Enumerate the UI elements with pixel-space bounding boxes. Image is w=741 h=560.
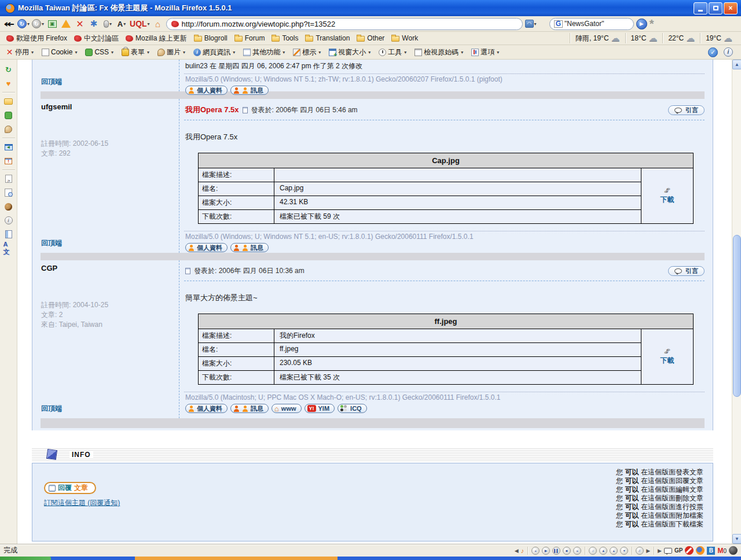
url-input[interactable] — [182, 20, 518, 28]
quote-button[interactable]: 引言 — [668, 266, 705, 276]
chat-bubble-icon[interactable] — [664, 548, 672, 554]
devbar-images[interactable]: 圖片▾ — [154, 46, 189, 59]
sync-icon[interactable]: ↻ — [3, 64, 14, 75]
windows-taskbar[interactable] — [0, 557, 741, 560]
scroll-down-button[interactable]: ▼ — [732, 534, 741, 544]
devbar-resize[interactable]: 視窗大小▾ — [325, 46, 374, 59]
firefox-status-icon[interactable] — [696, 546, 705, 555]
palette-icon[interactable] — [3, 124, 14, 134]
search-input[interactable] — [564, 20, 614, 28]
reply-button[interactable]: 回覆文章 — [44, 482, 96, 494]
forward-icon[interactable]: ↻▾ — [32, 17, 44, 30]
folder-keyboard-icon[interactable] — [3, 96, 14, 106]
pm-button[interactable]: 訊息 — [230, 404, 269, 413]
uql-menu[interactable]: UQL▾ — [130, 17, 150, 30]
devbar-css[interactable]: CSS▾ — [82, 46, 117, 58]
devbar-disable[interactable]: ✕停用▾ — [2, 46, 37, 59]
taskbar-active-task[interactable] — [135, 557, 338, 560]
back-to-top-link[interactable]: 回頂端 — [41, 404, 62, 412]
window-arrow-icon[interactable]: ◄ — [3, 142, 14, 152]
profile-button[interactable]: 個人資料 — [185, 243, 228, 252]
check-status-icon[interactable]: ✓ — [708, 47, 718, 57]
devbar-forms[interactable]: 表單▾ — [118, 46, 153, 59]
back-icon[interactable]: ↞ — [3, 17, 15, 30]
heart-icon[interactable]: ♥ — [3, 78, 14, 89]
info-circle-icon[interactable]: i — [3, 215, 14, 226]
devbar-options[interactable]: 選項▾ — [468, 46, 502, 59]
devbar-tools[interactable]: 工具▾ — [375, 46, 410, 59]
scrollbar-thumb[interactable] — [733, 235, 741, 397]
js-document-icon[interactable]: .js — [3, 174, 14, 184]
pm-button[interactable]: 訊息 — [230, 243, 269, 252]
close-button[interactable]: × — [724, 2, 738, 14]
devbar-pageinfo[interactable]: i網頁資訊▾ — [190, 46, 239, 59]
sidebar-panel-icon[interactable] — [3, 229, 14, 240]
back-to-top-link[interactable]: 回頂端 — [41, 78, 62, 86]
player-play-button[interactable]: ▶ — [542, 547, 550, 555]
bloglines-icon[interactable]: B — [707, 547, 715, 555]
expand-arrow-icon[interactable]: ▶ — [646, 548, 650, 554]
vertical-scrollbar[interactable]: ▲ ▼ — [732, 60, 741, 544]
translate-icon[interactable]: A文 — [3, 243, 14, 253]
collapse-arrow-icon[interactable]: ◀ — [515, 548, 519, 554]
text-size-icon[interactable]: A▾ — [116, 17, 127, 30]
bookmark-welcome[interactable]: 歡迎使用 Firefox — [3, 33, 70, 44]
bookmark-folder-forum[interactable]: Forum — [232, 34, 268, 43]
new-window-icon[interactable]: ▣ — [46, 17, 58, 30]
yim-button[interactable]: Y!YIM — [305, 404, 335, 413]
bookmark-folder-tools[interactable]: Tools — [269, 34, 301, 43]
weather-current[interactable]: 陣雨, 19°C☁ — [570, 33, 625, 43]
player-pause-button[interactable]: ▌▌ — [552, 547, 560, 555]
devbar-misc[interactable]: 其他功能▾ — [240, 46, 288, 59]
page-info-icon[interactable]: i — [724, 47, 733, 57]
subscribe-link[interactable]: 訂閱這個主題 (回覆通知) — [44, 498, 120, 508]
window-alert-icon[interactable]: ! — [3, 156, 14, 166]
bookmark-folder-other[interactable]: Other — [354, 34, 387, 43]
www-button[interactable]: ⌂www — [272, 404, 302, 413]
start-button[interactable] — [0, 557, 51, 560]
bookmark-folder-translation[interactable]: Translation — [302, 34, 353, 43]
devbar-outline[interactable]: 標示▾ — [289, 46, 324, 59]
weather-day1[interactable]: 18°C☁ — [625, 33, 663, 43]
overflow-arrow-icon[interactable]: ▶ — [658, 548, 662, 554]
url-bar[interactable] — [166, 18, 523, 30]
music-note-icon[interactable]: ♪ — [521, 547, 524, 554]
gp-indicator[interactable]: GP — [674, 547, 683, 554]
bookmark-forum-zh[interactable]: 中文討論區 — [71, 33, 122, 44]
player-volume-up-button[interactable]: ▴ — [610, 547, 618, 555]
download-link[interactable]: 下載 — [661, 195, 674, 205]
weather-day3[interactable]: 19°C☁ — [700, 33, 738, 43]
rss-feed-icon[interactable]: ◠▾ — [525, 17, 537, 30]
devbar-cookie[interactable]: Cookie▾ — [38, 46, 80, 58]
restore-button[interactable] — [709, 2, 722, 14]
search-engine-icon[interactable]: G — [554, 20, 563, 28]
player-prev-button[interactable]: « — [531, 547, 540, 555]
pm-button[interactable]: 訊息 — [230, 86, 269, 95]
reload-icon[interactable]: ↻▾ — [17, 17, 30, 30]
icq-button[interactable]: ICQ — [338, 404, 367, 413]
minimize-button[interactable] — [694, 2, 707, 14]
stop-icon[interactable]: ✕ — [74, 17, 86, 30]
profile-button[interactable]: 個人資料 — [185, 86, 228, 95]
player-next-button[interactable]: » — [573, 547, 581, 555]
extension-puzzle-icon[interactable] — [3, 110, 14, 120]
player-track-button[interactable]: ♪ — [589, 547, 597, 555]
go-button[interactable]: ▶ — [636, 19, 647, 30]
scroll-up-button[interactable]: ▲ — [732, 60, 741, 69]
player-stop-button[interactable]: ■ — [563, 547, 571, 555]
bookmark-folder-blogroll[interactable]: Blogroll — [191, 34, 230, 43]
weather-day2[interactable]: 22°C☁ — [662, 33, 700, 43]
bookmark-folder-work[interactable]: Work — [388, 34, 421, 43]
adblock-icon[interactable] — [685, 546, 694, 555]
home-icon[interactable]: ⌂ — [152, 17, 164, 30]
cookie-icon[interactable] — [3, 201, 14, 212]
back-to-top-link[interactable]: 回頂端 — [41, 239, 62, 247]
speaker-icon[interactable]: ♬ — [636, 547, 644, 555]
warning-icon[interactable] — [60, 17, 72, 30]
bookmark-update[interactable]: Mozilla 線上更新 — [123, 33, 190, 44]
player-eject-button[interactable]: ▲ — [599, 547, 607, 555]
quote-button[interactable]: 引言 — [668, 105, 705, 115]
search-document-icon[interactable] — [3, 187, 14, 198]
profile-button[interactable]: 個人資料 — [185, 404, 228, 413]
search-box[interactable]: G — [549, 18, 634, 30]
